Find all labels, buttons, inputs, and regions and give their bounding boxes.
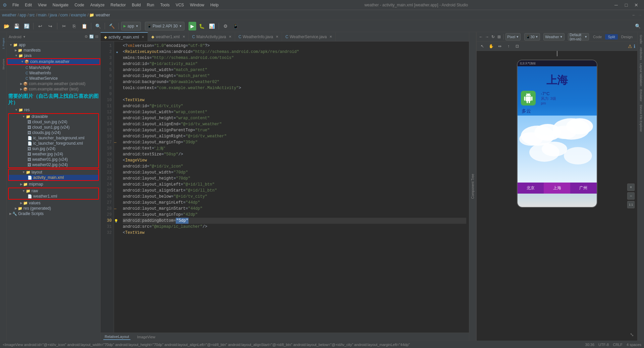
split-view-button[interactable]: Split <box>605 34 618 40</box>
tree-item-app[interactable]: ▼ 📁 app <box>7 42 100 48</box>
device-selector[interactable]: 📱 Pixel 2 API 30 ▼ <box>145 22 184 30</box>
breadcrumb-src[interactable]: src <box>29 13 35 17</box>
sdk-manager-icon[interactable]: ⚙ <box>221 22 230 30</box>
tree-item-com-android[interactable]: ▶ 📦 com.example.weather (android) <box>7 81 100 86</box>
preview-refresh-icon[interactable]: ↻ <box>491 33 495 41</box>
menu-window[interactable]: Window <box>187 2 207 8</box>
menu-navigate[interactable]: Navigate <box>50 2 71 8</box>
toolbar-find-icon[interactable]: 🔍 <box>94 22 102 30</box>
debug-button[interactable]: 🐛 <box>198 22 206 30</box>
toolbar-project-icon[interactable]: 📂 <box>2 22 11 30</box>
tree-item-values[interactable]: ▶ 📁 values <box>7 200 100 206</box>
toolbar-save-icon[interactable]: 💾 <box>12 22 21 30</box>
profile-button[interactable]: 📊 <box>208 22 216 30</box>
preview-forward-icon[interactable]: → <box>485 33 489 41</box>
tab-close-weatherservice[interactable]: ✕ <box>329 35 332 39</box>
toolbar-redo-icon[interactable]: ↪ <box>46 22 55 30</box>
code-editor[interactable]: 12345 678910 1112131415 1617181920 21222… <box>101 42 469 333</box>
tree-item-manifests[interactable]: ▶ 📁 manifests <box>7 48 100 53</box>
preview-zoom-icon[interactable]: ⊞ <box>497 33 501 41</box>
menu-file[interactable]: File <box>10 2 21 8</box>
project-collapse-icon[interactable]: ⊟ <box>95 34 98 39</box>
code-view-button[interactable]: Code <box>590 34 604 40</box>
tree-item-gradle[interactable]: ▶ 🔧 Gradle Scripts <box>7 211 100 216</box>
resize-handle[interactable]: ⤡ <box>630 332 634 337</box>
menu-tools[interactable]: Tools <box>158 2 172 8</box>
forward-nav-icon[interactable]: → <box>638 13 642 17</box>
tree-item-weather02[interactable]: 🖼 weather02.jpg (v24) <box>9 162 98 167</box>
menu-refactor[interactable]: Refactor <box>108 2 128 8</box>
design-view-button[interactable]: Design <box>619 34 635 40</box>
tree-item-weather1-xml[interactable]: 📄 weather1.xml <box>9 194 98 199</box>
breadcrumb-app[interactable]: app <box>19 13 26 17</box>
maximize-button[interactable]: □ <box>621 0 631 10</box>
project-sync-icon[interactable]: 🔄 <box>89 34 94 39</box>
zoom-out-button[interactable]: − <box>627 192 635 200</box>
tree-item-cloud-sun1[interactable]: 🖼 cloud_sun1.jpg (v24) <box>9 125 98 130</box>
tree-item-res-generated[interactable]: ▶ 📁 res (generated) <box>7 206 100 211</box>
close-button[interactable]: ✕ <box>631 0 641 10</box>
zoom-fit-button[interactable]: 1:1 <box>627 201 635 208</box>
emulator-strip-icon[interactable]: Emulator <box>639 88 643 103</box>
tree-item-mipmap[interactable]: ▶ 📁 mipmap <box>7 182 100 187</box>
preview-tool-hand[interactable]: ✋ <box>487 43 495 50</box>
device-explorer-strip-icon[interactable]: Device File Explorer <box>639 103 643 133</box>
tab-activity-main-xml[interactable]: ◆ activity_main.xml ✕ <box>101 32 148 42</box>
layout-validation-strip-icon[interactable]: Layout Validation <box>639 62 643 87</box>
tab-weatherservice-java[interactable]: C WeatherService.java ✕ <box>282 32 336 42</box>
tree-item-ic-launcher-bg[interactable]: 📄 ic_launcher_background.xml <box>9 135 98 141</box>
tree-item-drawable[interactable]: ▼ 📁 drawable <box>9 114 98 119</box>
back-nav-icon[interactable]: ← <box>632 13 636 17</box>
breadcrumb-main[interactable]: main <box>38 13 47 17</box>
tree-item-weather01[interactable]: 🖼 weather01.jpg (v24) <box>9 157 98 162</box>
zoom-in-button[interactable]: + <box>627 184 635 191</box>
locale-selector[interactable]: Default (en-us) ▼ <box>568 33 589 41</box>
preview-city-tab-shanghai[interactable]: 上海 <box>544 183 570 194</box>
project-settings-icon[interactable]: ⚙ <box>85 34 88 39</box>
menu-analyze[interactable]: Analyze <box>88 2 107 8</box>
preview-back-icon[interactable]: ← <box>479 33 483 41</box>
attributes-strip-icon[interactable]: Attributes <box>639 46 643 61</box>
toolbar-undo-icon[interactable]: ↩ <box>36 22 45 30</box>
menu-vcs[interactable]: VCS <box>173 2 187 8</box>
menu-view[interactable]: View <box>35 2 49 8</box>
toolbar-paste-icon[interactable]: 📋 <box>80 22 89 30</box>
tab-close-activity-main[interactable]: ✕ <box>142 35 144 39</box>
menu-run[interactable]: Run <box>144 2 157 8</box>
tree-item-ic-launcher-fg[interactable]: 📄 ic_launcher_foreground.xml <box>9 141 98 146</box>
tab-mainactivity-java[interactable]: C MainActivity.java ✕ <box>189 32 235 42</box>
toolbar-copy-icon[interactable]: ⎘ <box>70 22 78 30</box>
breadcrumb-java[interactable]: java <box>50 13 57 17</box>
run-button[interactable]: ▶ <box>189 22 196 30</box>
menu-bar[interactable]: ⚙ File Edit View Navigate Code Analyze R… <box>3 2 221 8</box>
tab-close-weatherinfo[interactable]: ✕ <box>276 35 278 39</box>
tab-close-weather1[interactable]: ✕ <box>182 35 185 39</box>
gradle-strip-icon[interactable]: Gradle <box>639 33 643 45</box>
tree-item-weather[interactable]: 🖼 weather.jpg (v24) <box>9 151 98 157</box>
tree-item-mainactivity[interactable]: C MainActivity <box>7 65 100 70</box>
menu-code[interactable]: Code <box>72 2 87 8</box>
tree-item-activity-main[interactable]: 📄 activity_main.xml <box>9 175 98 180</box>
tab-weatherinfo-java[interactable]: C WeatherInfo.java ✕ <box>235 32 282 42</box>
tab-close-mainactivity[interactable]: ✕ <box>229 35 231 39</box>
toolbar-cut-icon[interactable]: ✂ <box>60 22 68 30</box>
pixel-selector[interactable]: Pixel ▼ <box>505 33 521 41</box>
tree-item-layout[interactable]: ▼ 📁 layout <box>9 169 98 175</box>
toolbar-sync-icon[interactable]: 🔄 <box>22 22 31 30</box>
theme-selector[interactable]: Weather ▼ <box>543 33 564 41</box>
code-text-area[interactable]: <?xml version="1.0" encoding="utf-8"?> <… <box>120 42 469 333</box>
global-search-icon[interactable]: 🔍 <box>633 22 642 30</box>
breadcrumb-weather[interactable]: weather <box>2 13 16 17</box>
tree-item-java[interactable]: ▼ 📁 java <box>7 53 100 58</box>
component-tree-strip[interactable]: Component Tree <box>469 32 476 341</box>
preview-tool-cursor[interactable]: ↖ <box>479 43 486 50</box>
tree-item-sun[interactable]: 🖼 sun.jpg (v24) <box>9 146 98 151</box>
tree-item-com-example-weather[interactable]: ▼ 📦 com.example.weather <box>7 58 100 65</box>
preview-tool-zoom[interactable]: ⊡ <box>514 43 521 50</box>
preview-city-tab-guangzhou[interactable]: 广州 <box>570 183 597 194</box>
menu-edit[interactable]: Edit <box>22 2 35 8</box>
preview-tool-pan[interactable]: ⇔ <box>496 43 503 50</box>
preview-tool-up[interactable]: ↑ <box>505 43 512 50</box>
tree-item-clouds[interactable]: 🖼 clouds.jpg (v24) <box>9 130 98 135</box>
window-controls[interactable]: ─ □ ✕ <box>611 0 641 10</box>
